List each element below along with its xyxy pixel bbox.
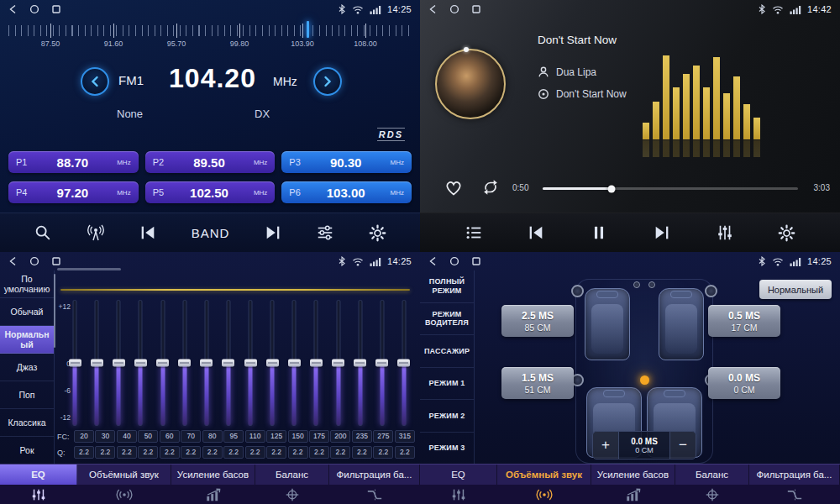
- eq-slider-handle[interactable]: [222, 360, 234, 367]
- nav-recents-icon[interactable]: [51, 4, 61, 14]
- mode-full[interactable]: ПОЛНЫЙ РЕЖИМ: [420, 270, 474, 303]
- next-station-button[interactable]: [264, 223, 282, 242]
- tab-bass-boost[interactable]: Усиление басов: [171, 465, 255, 485]
- mode-3[interactable]: РЕЖИМ 3: [420, 433, 474, 465]
- tab-balance-icon-slot[interactable]: [675, 485, 749, 504]
- progress-bar[interactable]: [543, 187, 798, 190]
- eq-band-slider[interactable]: [199, 300, 214, 426]
- eq-preset-jazz[interactable]: Джаз: [0, 354, 54, 381]
- settings-button[interactable]: [778, 224, 795, 242]
- tab-filter[interactable]: Фильтрация ба...: [749, 465, 840, 485]
- tab-balance[interactable]: Баланс: [255, 465, 329, 485]
- tab-surround[interactable]: Объёмный звук: [497, 465, 591, 485]
- search-button[interactable]: [34, 223, 52, 242]
- front-left-delay-button[interactable]: 2.5 MS 85 CM: [501, 305, 574, 337]
- eq-slider-handle[interactable]: [134, 360, 147, 367]
- nav-back-icon[interactable]: [8, 4, 18, 14]
- eq-preset-rock[interactable]: Рок: [0, 437, 54, 465]
- progress-knob[interactable]: [608, 185, 616, 192]
- eq-slider-handle[interactable]: [244, 360, 257, 367]
- mode-passenger[interactable]: ПАССАЖИР: [420, 335, 474, 368]
- eq-slider-handle[interactable]: [266, 360, 279, 367]
- driver-seat[interactable]: [585, 288, 630, 360]
- eq-band-slider[interactable]: [67, 300, 82, 426]
- playlist-button[interactable]: [465, 223, 483, 242]
- previous-station-button[interactable]: [139, 223, 157, 242]
- decrease-button[interactable]: −: [670, 432, 696, 459]
- eq-band-slider[interactable]: [221, 300, 236, 426]
- nav-back-icon[interactable]: [428, 4, 438, 14]
- eq-band-slider[interactable]: [177, 300, 192, 426]
- eq-band-slider[interactable]: [265, 300, 280, 426]
- rear-right-delay-button[interactable]: 0.0 MS 0 CM: [708, 367, 780, 399]
- tab-balance-icon-slot[interactable]: [255, 485, 329, 504]
- eq-band-slider[interactable]: [243, 300, 258, 426]
- preset-p5[interactable]: P5 102.50 MHz: [145, 181, 276, 203]
- nav-home-icon[interactable]: [29, 256, 39, 266]
- tab-filter[interactable]: Фильтрация ба...: [329, 465, 420, 485]
- tune-button[interactable]: [316, 223, 334, 242]
- eq-band-slider[interactable]: [133, 300, 148, 426]
- nav-recents-icon[interactable]: [51, 256, 61, 266]
- preset-p6[interactable]: P6 103.00 MHz: [281, 181, 412, 203]
- eq-slider-handle[interactable]: [113, 360, 125, 367]
- eq-slider-handle[interactable]: [397, 360, 410, 367]
- eq-slider-handle[interactable]: [69, 360, 81, 367]
- eq-band-slider[interactable]: [353, 300, 368, 426]
- eq-slider-handle[interactable]: [354, 360, 366, 367]
- tab-bass-boost[interactable]: Усиление басов: [591, 465, 675, 485]
- eq-band-slider[interactable]: [331, 300, 346, 426]
- tab-bass-icon-slot[interactable]: [171, 485, 255, 504]
- preset-p1[interactable]: P1 88.70 MHz: [8, 151, 139, 173]
- tab-surround-icon-slot[interactable]: [77, 485, 171, 504]
- equalizer-button[interactable]: [716, 223, 734, 242]
- front-right-delay-button[interactable]: 0.5 MS 17 CM: [708, 305, 780, 337]
- nav-recents-icon[interactable]: [471, 4, 481, 14]
- eq-slider-handle[interactable]: [332, 360, 344, 367]
- rear-left-delay-button[interactable]: 1.5 MS 51 CM: [501, 367, 574, 399]
- eq-band-slider[interactable]: [396, 300, 412, 426]
- broadcast-button[interactable]: [87, 223, 105, 242]
- tab-eq-icon-slot[interactable]: [0, 485, 77, 504]
- eq-preset-normal[interactable]: Нормальный: [0, 326, 54, 354]
- previous-track-button[interactable]: [527, 223, 545, 242]
- eq-slider-handle[interactable]: [375, 360, 388, 367]
- mode-2[interactable]: РЕЖИМ 2: [420, 400, 474, 433]
- tab-filter-icon-slot[interactable]: [329, 485, 420, 504]
- tab-bass-icon-slot[interactable]: [591, 485, 675, 504]
- profile-button[interactable]: Нормальный: [759, 280, 832, 299]
- eq-band-slider[interactable]: [308, 300, 323, 426]
- nav-recents-icon[interactable]: [471, 256, 481, 266]
- preset-p4[interactable]: P4 97.20 MHz: [8, 181, 139, 203]
- eq-preset-classic[interactable]: Классика: [0, 409, 54, 437]
- pause-button[interactable]: [590, 223, 608, 242]
- nav-home-icon[interactable]: [449, 256, 459, 266]
- preset-p2[interactable]: P2 89.50 MHz: [145, 151, 276, 173]
- favorite-button[interactable]: [444, 178, 464, 197]
- eq-band-slider[interactable]: [286, 300, 302, 426]
- eq-band-slider[interactable]: [89, 300, 104, 426]
- tab-surround-icon-slot[interactable]: [497, 485, 591, 504]
- nav-back-icon[interactable]: [428, 256, 438, 266]
- next-track-button[interactable]: [653, 223, 671, 242]
- mode-driver[interactable]: РЕЖИМ ВОДИТЕЛЯ: [420, 303, 474, 336]
- mode-1[interactable]: РЕЖИМ 1: [420, 368, 474, 401]
- eq-slider-handle[interactable]: [310, 360, 323, 367]
- passenger-seat[interactable]: [659, 288, 704, 360]
- tab-balance[interactable]: Баланс: [675, 465, 749, 485]
- nav-home-icon[interactable]: [449, 4, 459, 14]
- preset-scrollbar[interactable]: [54, 274, 55, 348]
- band-button[interactable]: BAND: [192, 226, 230, 240]
- repeat-button[interactable]: [480, 178, 501, 197]
- eq-slider-handle[interactable]: [91, 360, 103, 367]
- seek-down-button[interactable]: [81, 67, 109, 96]
- increase-button[interactable]: +: [593, 432, 618, 459]
- eq-band-slider[interactable]: [111, 300, 126, 426]
- tab-eq[interactable]: EQ: [420, 465, 497, 485]
- tab-filter-icon-slot[interactable]: [749, 485, 840, 504]
- eq-band-slider[interactable]: [375, 300, 390, 426]
- eq-slider-handle[interactable]: [288, 360, 301, 367]
- nav-back-icon[interactable]: [8, 256, 18, 266]
- tab-eq-icon-slot[interactable]: [420, 485, 497, 504]
- eq-band-slider[interactable]: [155, 300, 171, 426]
